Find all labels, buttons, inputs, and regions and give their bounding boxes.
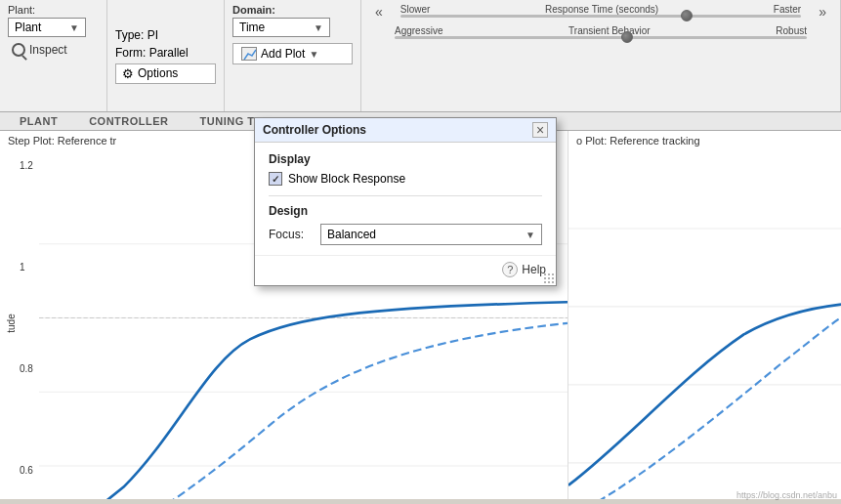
show-block-response-checkbox[interactable]: ✓ (269, 172, 282, 186)
controller-options-dialog: Controller Options × Display ✓ Show Bloc… (254, 117, 557, 286)
dialog-close-button[interactable]: × (532, 122, 548, 138)
focus-label: Focus: (269, 228, 313, 241)
resize-dots (544, 273, 554, 284)
help-button[interactable]: ? Help (502, 262, 546, 277)
focus-dropdown[interactable]: Balanced ▼ (320, 224, 542, 245)
dialog-footer: ? Help (255, 255, 556, 285)
display-section-header: Display (269, 152, 542, 166)
check-icon: ✓ (272, 174, 279, 185)
help-icon: ? (502, 262, 518, 277)
dialog-title: Controller Options (263, 123, 366, 137)
focus-value: Balanced (327, 228, 376, 241)
modal-overlay: Controller Options × Display ✓ Show Bloc… (0, 0, 841, 504)
dialog-body: Display ✓ Show Block Response Design Foc… (255, 143, 556, 255)
focus-row: Focus: Balanced ▼ (269, 224, 542, 245)
dialog-titlebar: Controller Options × (255, 118, 556, 143)
help-label: Help (522, 263, 546, 276)
design-section-header: Design (269, 204, 542, 218)
show-block-response-row: ✓ Show Block Response (269, 172, 542, 186)
resize-handle[interactable] (544, 273, 554, 283)
focus-dropdown-arrow: ▼ (526, 230, 535, 240)
show-block-response-label: Show Block Response (288, 172, 405, 186)
section-divider (269, 195, 542, 196)
